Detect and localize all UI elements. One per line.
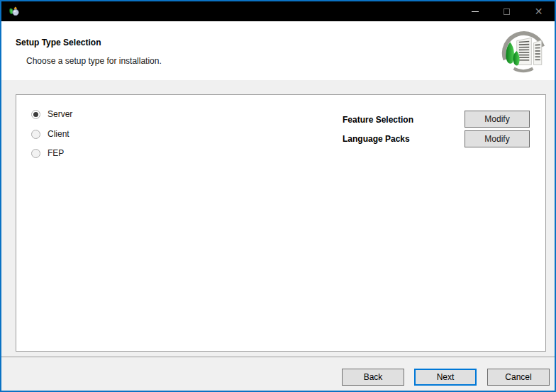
back-button[interactable]: Back [342, 369, 404, 386]
radio-label: Client [48, 129, 70, 139]
page-subtitle: Choose a setup type for installation. [26, 56, 162, 66]
language-packs-modify-button[interactable]: Modify [465, 130, 530, 147]
page-title: Setup Type Selection [16, 38, 101, 47]
feature-selection-label: Feature Selection [343, 115, 413, 125]
caption-controls: ✕ [459, 1, 555, 21]
close-icon: ✕ [535, 6, 543, 16]
maximize-button[interactable] [491, 1, 523, 21]
product-logo-icon [499, 30, 547, 76]
app-icon [9, 6, 20, 17]
setup-type-panel: Server Client FEP Feature Selection Modi… [16, 94, 546, 352]
radio-icon [31, 149, 40, 158]
installer-window: ✕ Setup Type Selection Choose a setup ty… [0, 0, 556, 392]
radio-icon [31, 130, 40, 139]
radio-option-client[interactable]: Client [31, 128, 70, 140]
titlebar[interactable]: ✕ [1, 1, 555, 21]
minimize-icon [472, 11, 479, 12]
header: Setup Type Selection Choose a setup type… [1, 21, 555, 80]
radio-icon [31, 110, 40, 119]
radio-label: FEP [48, 148, 64, 158]
close-button[interactable]: ✕ [523, 1, 555, 21]
radio-option-server[interactable]: Server [31, 108, 72, 120]
feature-selection-modify-button[interactable]: Modify [465, 111, 530, 128]
language-packs-label: Language Packs [343, 134, 410, 144]
footer-separator [1, 357, 555, 357]
minimize-button[interactable] [459, 1, 491, 21]
next-button[interactable]: Next [414, 369, 477, 386]
cancel-button[interactable]: Cancel [487, 369, 550, 386]
radio-option-fep[interactable]: FEP [31, 147, 64, 159]
maximize-icon [504, 9, 510, 15]
radio-label: Server [48, 109, 72, 119]
